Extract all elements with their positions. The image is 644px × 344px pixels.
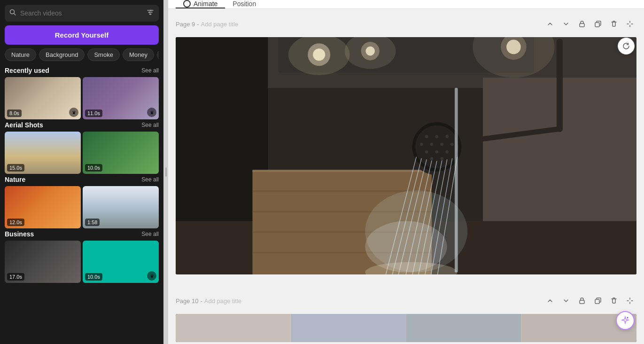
sections-container: Recently used See all 8.0s ♛ 11.0s ♛ Aer… <box>5 65 159 283</box>
section-aerial-shots: Aerial Shots See all 15.0s 10.0s <box>5 119 159 174</box>
page9-more-button[interactable] <box>623 17 636 31</box>
svg-line-1 <box>14 13 16 15</box>
page10-delete-button[interactable] <box>607 294 621 307</box>
crown-badge-bathtub1: ♛ <box>69 108 78 117</box>
svg-rect-63 <box>580 300 584 304</box>
video-thumb-mist[interactable]: 1:58 <box>83 186 159 228</box>
ai-icon <box>621 316 630 325</box>
page9-delete-button[interactable] <box>607 17 621 31</box>
nature-title: Nature <box>5 176 25 183</box>
svg-rect-64 <box>595 299 599 304</box>
page10-title-placeholder[interactable]: Add page title <box>204 297 242 305</box>
crown-badge-teal: ♛ <box>147 271 156 281</box>
video-thumb-desk[interactable]: 17.0s <box>5 241 81 283</box>
svg-point-72 <box>627 317 628 319</box>
video-duration-bridge: 15.0s <box>7 164 24 172</box>
tab-position-label: Position <box>233 0 256 8</box>
svg-point-43 <box>425 150 428 154</box>
page10-svg <box>176 314 636 342</box>
video-thumb-green[interactable]: 10.0s <box>83 132 159 174</box>
business-header: Business See all <box>5 230 159 238</box>
page9-lock-button[interactable] <box>575 17 589 31</box>
nature-see-all[interactable]: See all <box>141 176 159 183</box>
svg-point-4 <box>150 10 152 11</box>
svg-point-37 <box>435 135 439 138</box>
collapse-handle[interactable] <box>163 0 168 344</box>
recently-used-see-all[interactable]: See all <box>141 67 159 74</box>
search-icon <box>9 9 16 18</box>
chip-money[interactable]: Money <box>123 48 154 61</box>
animate-icon <box>183 0 191 8</box>
crown-badge-bathtub2: ♛ <box>147 108 156 117</box>
page10-more-button[interactable] <box>623 294 636 307</box>
nature-header: Nature See all <box>5 176 159 183</box>
left-panel: Record Yourself Nature Background Smoke … <box>0 0 163 344</box>
top-bar: Animate Position <box>168 0 644 9</box>
svg-point-5 <box>149 12 150 13</box>
section-recently-used: Recently used See all 8.0s ♛ 11.0s ♛ <box>5 65 159 119</box>
tab-animate-label: Animate <box>194 0 217 8</box>
page10-separator: - <box>200 297 202 305</box>
chip-nature[interactable]: Nature <box>5 48 36 61</box>
svg-point-46 <box>430 157 434 160</box>
svg-point-7 <box>150 14 151 15</box>
aerial-shots-see-all[interactable]: See all <box>141 122 159 128</box>
page10-lock-button[interactable] <box>575 294 589 307</box>
tab-animate[interactable]: Animate <box>176 0 225 8</box>
page10-canvas[interactable] <box>176 314 636 342</box>
page9-down-button[interactable] <box>559 17 573 31</box>
aerial-shots-header: Aerial Shots See all <box>5 121 159 129</box>
video-thumb-teal[interactable]: 10.0s ♛ <box>83 241 159 283</box>
video-thumb-bridge[interactable]: 15.0s <box>5 132 81 174</box>
shower-image <box>176 37 636 274</box>
page10-up-button[interactable] <box>543 294 557 307</box>
page10-section: Page 10 - Add page title <box>168 286 644 310</box>
chip-smoke[interactable]: Smoke <box>87 48 119 61</box>
filter-icon[interactable] <box>147 8 154 18</box>
ai-button[interactable] <box>616 311 635 330</box>
page9-up-button[interactable] <box>543 17 557 31</box>
business-title: Business <box>5 230 34 238</box>
video-duration-teal: 10.0s <box>85 273 102 281</box>
page10-number: Page 10 <box>176 297 198 305</box>
recently-used-grid: 8.0s ♛ 11.0s ♛ <box>5 77 159 119</box>
chip-background[interactable]: Background <box>39 48 85 61</box>
business-see-all[interactable]: See all <box>141 231 159 237</box>
video-thumb-bathtub1[interactable]: 8.0s ♛ <box>5 77 81 119</box>
shower-svg <box>176 37 636 274</box>
section-business: Business See all 17.0s 10.0s ♛ <box>5 228 159 283</box>
recently-used-title: Recently used <box>5 67 49 74</box>
aerial-shots-title: Aerial Shots <box>5 121 43 129</box>
collapse-dot <box>165 167 167 177</box>
business-grid: 17.0s 10.0s ♛ <box>5 241 159 283</box>
page10-label: Page 10 - Add page title <box>176 297 241 305</box>
svg-rect-66 <box>291 314 406 342</box>
section-nature: Nature See all 12.0s 1:58 <box>5 174 159 228</box>
page9-canvas[interactable] <box>176 37 636 274</box>
page9-title-placeholder[interactable]: Add page title <box>201 21 239 28</box>
page9-canvas-container <box>168 33 644 286</box>
chips-row: Nature Background Smoke Money › <box>5 48 159 61</box>
aerial-shots-grid: 15.0s 10.0s <box>5 132 159 174</box>
svg-point-36 <box>425 135 428 138</box>
recently-used-header: Recently used See all <box>5 67 159 74</box>
video-thumb-forest[interactable]: 12.0s <box>5 186 81 228</box>
page9-duplicate-button[interactable] <box>591 17 605 31</box>
record-yourself-button[interactable]: Record Yourself <box>5 25 159 45</box>
nature-grid: 12.0s 1:58 <box>5 186 159 228</box>
search-input[interactable] <box>20 9 143 17</box>
page10-controls <box>543 294 636 307</box>
page9-controls <box>543 17 636 31</box>
page9-number: Page 9 <box>176 21 195 28</box>
tab-position[interactable]: Position <box>225 0 264 8</box>
refresh-button[interactable] <box>618 38 635 55</box>
page9-label: Page 9 - Add page title <box>176 21 238 28</box>
video-duration-mist: 1:58 <box>85 219 100 226</box>
video-thumb-bathtub2[interactable]: 11.0s ♛ <box>83 77 159 119</box>
video-duration-desk: 17.0s <box>7 273 24 281</box>
page10-duplicate-button[interactable] <box>591 294 605 307</box>
refresh-icon <box>622 42 630 50</box>
svg-point-45 <box>445 150 449 154</box>
page10-down-button[interactable] <box>559 294 573 307</box>
chips-chevron-right[interactable]: › <box>157 49 159 61</box>
